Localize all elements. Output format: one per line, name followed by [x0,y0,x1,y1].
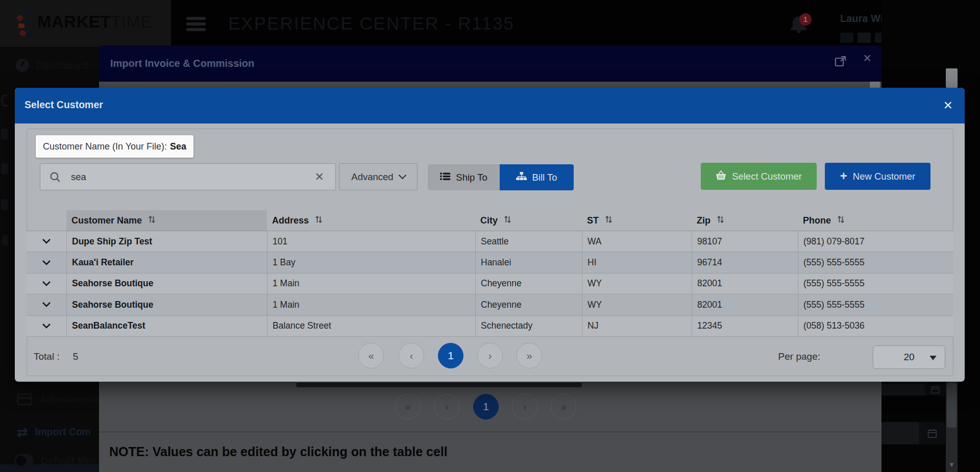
select-customer-modal: Select Customer × Customer Name (In Your… [15,88,965,382]
search-icon [49,171,62,186]
ship-to-button[interactable]: Ship To [428,164,500,190]
scroll-down-arrow-icon[interactable]: ▼ [947,461,957,469]
row-expand-chevron-icon[interactable] [42,323,51,329]
select-customer-button[interactable]: Select Customer [701,163,817,190]
ship-to-label: Ship To [456,172,487,183]
sidebar-icon-fragment [1,199,8,210]
row-expand-chevron-icon[interactable] [42,260,51,266]
table-row[interactable]: Seahorse Boutique 1 Main Cheyenne WY 820… [27,274,953,294]
column-header-st[interactable]: ST [582,210,692,231]
pagination-prev-button[interactable]: ‹ [399,343,424,368]
select-customer-modal-header: Select Customer × [15,88,965,123]
clear-search-icon[interactable]: ✕ [315,170,324,184]
dashboard-icon [16,59,29,72]
expand-icon[interactable] [835,55,847,69]
default-menu-toggle-icon[interactable] [14,454,34,467]
page-title: EXPERIENCE CENTER - R1135 [228,13,514,34]
basket-icon [716,170,726,183]
table-row[interactable]: Kaua'i Retailer 1 Bay Hanalei HI 96714 (… [27,252,953,273]
adjustments-icon [17,393,32,405]
sidebar-item-dashboard[interactable]: Dashboard [16,59,88,72]
import-modal-title: Import Invoice & Commission [110,58,254,69]
table-row[interactable]: SeanBalanceTest Balance Street Schenecta… [27,316,953,337]
date-field[interactable] [881,384,945,395]
list-icon [440,172,451,183]
import-modal-lower-content: « ‹ 1 › » NOTE: Values can be edited by … [99,382,881,472]
dropdown-arrow-icon [929,356,937,360]
column-header-city[interactable]: City [475,210,582,231]
pagination-first-button[interactable]: « [358,343,384,368]
notification-count-badge: 1 [799,13,812,26]
row-expand-chevron-icon[interactable] [42,238,51,244]
sort-icon [837,215,845,226]
total-label: Total : [34,351,60,362]
calendar-icon[interactable] [919,422,945,444]
table-row[interactable]: Dupe Ship Zip Test 101 Seattle WA 98107 … [27,231,953,252]
select-customer-label: Select Customer [732,171,802,182]
per-page-select[interactable]: 20 [873,345,945,369]
advanced-label: Advanced [351,171,393,183]
pagination-first-button[interactable]: « [395,394,421,419]
brand-market: MARKET [37,12,111,31]
sidebar-item-label: Dashboard [36,60,88,71]
column-header-customer-name[interactable]: Customer Name [66,210,267,231]
column-header-zip[interactable]: Zip [692,210,798,231]
file-customer-name-value: Sea [170,141,186,152]
file-customer-name-chip: Customer Name (In Your File): Sea [36,135,193,158]
bill-to-button[interactable]: Bill To [500,164,574,190]
row-expand-chevron-icon[interactable] [42,281,51,287]
pagination-page-button[interactable]: 1 [473,394,499,419]
date-field[interactable] [881,422,945,444]
screen: MARKETTIME EXPERIENCE CENTER - R1135 1 L… [0,0,980,472]
divider [99,432,881,432]
sort-icon [148,215,156,226]
expander-column-header [27,210,66,231]
horizontal-scrollbar-thumb[interactable] [296,383,582,387]
pagination-next-button[interactable]: › [512,394,537,419]
markettime-logo-icon [17,8,35,38]
column-header-phone[interactable]: Phone [798,210,953,231]
pagination-next-button[interactable]: › [477,343,503,368]
search-input[interactable] [70,164,295,190]
chevron-down-icon [398,171,406,180]
new-customer-label: New Customer [853,171,915,182]
sidebar-item-adjustments[interactable]: Adjustments [17,393,100,405]
table-header-row: Customer Name Address City ST Zip [27,210,953,231]
page-scrollbar-thumb-top[interactable] [946,68,958,88]
column-header-address[interactable]: Address [267,210,475,231]
sidebar-item-label: Import Com [35,426,91,438]
close-icon[interactable]: × [943,95,952,115]
total-value: 5 [73,351,79,362]
import-modal-body-edge [99,82,881,88]
pagination-last-button[interactable]: » [551,394,576,419]
advanced-dropdown[interactable]: Advanced [339,163,418,190]
sort-icon [605,215,612,226]
customer-search-box: ✕ [40,163,336,190]
pagination-page-button[interactable]: 1 [438,343,463,368]
pagination-last-button[interactable]: » [517,343,542,368]
total-count: Total :5 [34,351,78,362]
sidebar-icon-fragment [1,163,8,175]
row-expand-chevron-icon[interactable] [42,302,51,308]
table-row[interactable]: Seahorse Boutique 1 Main Cheyenne WY 820… [27,294,953,315]
hamburger-menu-icon[interactable] [186,17,206,31]
calendar-icon[interactable] [925,384,945,395]
page-scrollbar-thumb[interactable] [947,383,957,428]
sidebar-item-label: Adjustments [39,393,100,405]
file-customer-name-label: Customer Name (In Your File): [43,141,167,152]
brand-time: TIME [111,12,152,31]
new-customer-button[interactable]: + New Customer [825,163,930,190]
pagination-prev-button[interactable]: ‹ [434,394,460,419]
sidebar-item-import-commission[interactable]: ⇄ Import Com [17,426,91,438]
sort-icon [717,215,724,226]
sidebar-item-default-menu[interactable]: Default Men [14,454,97,467]
brand-logo-block: MARKETTIME [0,0,171,47]
sitemap-icon [516,172,527,183]
modal-title: Select Customer [24,99,103,111]
edit-note-text: NOTE: Values can be edited by clicking o… [109,444,448,459]
sort-icon [315,215,323,226]
plus-icon: + [840,169,847,183]
sidebar-icon-fragment [1,129,8,140]
close-icon[interactable]: × [863,51,871,66]
bill-to-label: Bill To [532,172,557,183]
